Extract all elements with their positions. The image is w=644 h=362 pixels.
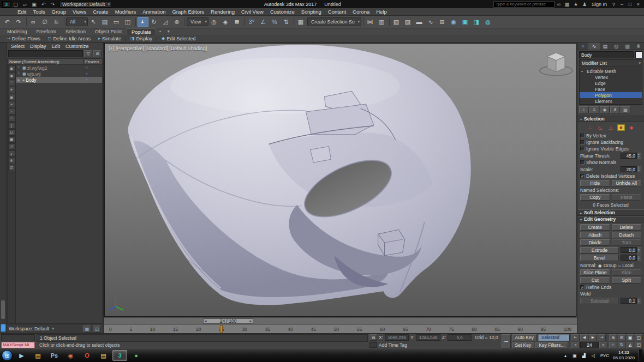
key-filters-button[interactable]: Key Filters... <box>535 342 568 349</box>
zoom-extents-icon[interactable]: ▣ <box>627 334 635 341</box>
selection-region-icon[interactable]: ▭ <box>111 17 122 27</box>
align-icon[interactable]: ▥ <box>377 17 387 27</box>
scene-explorer-menu-item[interactable]: Customize <box>63 44 92 49</box>
sign-in-button[interactable]: Sign In <box>589 2 609 7</box>
minimize-icon[interactable]: – <box>618 1 625 8</box>
simulate-tool[interactable]: ▸Simulate <box>95 36 124 41</box>
select-by-name-icon[interactable]: ▤ <box>100 17 111 27</box>
time-tag-field[interactable] <box>369 342 377 348</box>
key-mode-dropdown[interactable]: Selected <box>538 334 570 341</box>
menu-item[interactable]: Modifiers <box>112 9 140 15</box>
weld-threshold-field[interactable]: 0,1 <box>621 298 637 304</box>
render-setup-icon[interactable]: ▣ <box>460 17 471 27</box>
menu-item[interactable]: Content <box>325 9 349 15</box>
element-icon[interactable]: ◆ <box>628 124 635 131</box>
cut-button[interactable]: Cut <box>580 277 610 283</box>
zoom-region-icon[interactable]: ◱ <box>635 334 643 341</box>
reference-coordinate-dropdown[interactable]: View <box>187 17 208 26</box>
viewport-label[interactable]: [+] [Perspective] [Standard] [Default Sh… <box>109 46 207 51</box>
stack-editable-mesh[interactable]: ▾Editable Mesh <box>580 68 642 74</box>
clock[interactable]: 14:33 05.03.2020 <box>613 350 636 360</box>
face-icon[interactable]: △ <box>607 124 615 131</box>
current-frame-field[interactable]: 24 <box>580 342 599 349</box>
tray-volume-icon[interactable]: ◁ <box>590 353 597 358</box>
frozen-toggle[interactable]: + <box>86 66 102 70</box>
selection-filter-dropdown[interactable]: All <box>66 17 88 26</box>
favorites-star-icon[interactable]: ★ <box>572 1 580 8</box>
filter-funnel-icon[interactable]: ▽ <box>84 50 92 57</box>
object-color-swatch[interactable] <box>635 51 642 58</box>
edit-selected-tool[interactable]: ◆Edit Selected <box>158 36 199 41</box>
schematic-view-icon[interactable]: ⊞ <box>437 17 448 27</box>
bind-to-space-warp-icon[interactable]: ≋ <box>51 17 62 27</box>
redo-icon[interactable]: ↷ <box>14 17 25 27</box>
stack-vertex[interactable]: Vertex <box>580 74 642 80</box>
normals-scale-spinner[interactable]: Scale:20,0 <box>580 166 641 172</box>
taskbar-folder-icon[interactable]: ▤ <box>96 350 111 361</box>
go-to-start-button[interactable]: ⇤ <box>571 334 580 341</box>
start-button[interactable]: ⊞ <box>2 350 13 361</box>
copy-button[interactable]: Copy <box>580 194 610 201</box>
create-button[interactable]: Create <box>580 224 610 231</box>
menu-item[interactable]: Corona <box>349 9 373 15</box>
select-and-scale-icon[interactable]: ◿ <box>160 17 171 27</box>
edit-named-selections-icon[interactable]: ▦ <box>296 17 307 27</box>
workspace-footer-dropdown[interactable]: Workspace: Default <box>9 326 55 331</box>
expander-icon[interactable]: └ <box>17 66 21 70</box>
display-frozen-icon[interactable]: ❄ <box>8 158 15 164</box>
bevel-button[interactable]: Bevel <box>580 255 619 261</box>
frozen-column-header[interactable]: Frozen <box>84 59 102 64</box>
render-production-icon[interactable]: ◍ <box>483 17 494 27</box>
paste-button[interactable]: Paste <box>612 194 642 201</box>
ribbon-pin-icon[interactable]: ▪ <box>157 28 164 35</box>
refine-ends-checkbox[interactable]: Refine Ends <box>580 285 641 290</box>
scene-explorer-menu-item[interactable]: Select <box>8 44 27 49</box>
name-column-header[interactable]: Name (Sorted Ascending) <box>8 59 84 64</box>
maxscript-mini-listener[interactable]: MAXScript Mi <box>1 334 35 348</box>
ribbon-toggle-icon[interactable]: ▬ <box>414 17 425 27</box>
menu-item[interactable]: Civil View <box>238 9 267 15</box>
display-tab[interactable]: ▥ <box>622 43 633 50</box>
scene-search-input[interactable] <box>8 50 83 57</box>
fov-icon[interactable]: ◭ <box>627 342 635 349</box>
display-materials-icon[interactable]: ◐ <box>8 150 15 157</box>
select-object-icon[interactable]: ↖ <box>88 17 99 27</box>
material-editor-icon[interactable]: ◉ <box>449 17 460 27</box>
bevel-value-field[interactable]: 0,0 <box>621 255 637 261</box>
y-coordinate-field[interactable]: 1284,045 <box>416 334 440 341</box>
menu-item[interactable]: Edit <box>14 9 29 15</box>
taskbar-media-icon[interactable]: ▶ <box>14 350 29 361</box>
select-and-move-icon[interactable]: + <box>138 17 148 27</box>
delete-button[interactable]: Delete <box>612 224 642 231</box>
selection-rollout-header[interactable]: Selection <box>577 116 644 122</box>
new-scene-icon[interactable]: ▢ <box>11 1 20 8</box>
workspace-layout-icon[interactable]: ◫ <box>93 325 101 333</box>
frozen-toggle[interactable]: + <box>86 78 102 82</box>
left-strip-scrollbar[interactable] <box>1 300 5 319</box>
display-lights-icon[interactable]: ☀ <box>8 87 15 93</box>
frozen-toggle[interactable]: + <box>86 72 102 76</box>
workspace-grid-icon[interactable]: ▦ <box>83 325 91 333</box>
select-and-link-icon[interactable]: ∞ <box>28 17 39 27</box>
modify-tab[interactable]: ∿ <box>588 43 599 50</box>
time-slider-track[interactable]: ◂ 24 / 100 ▸ <box>104 317 577 324</box>
show-desktop-button[interactable] <box>639 349 642 361</box>
angle-snap-icon[interactable]: ∠ <box>258 17 269 27</box>
scene-tree[interactable]: └ ▦ zl.wyfwg2 + └ ▦ wjb.wji + <box>16 65 102 323</box>
divide-button[interactable]: Divide <box>580 239 610 246</box>
spinner-arrows-icon[interactable] <box>637 298 641 304</box>
open-file-icon[interactable]: ▱ <box>21 1 29 8</box>
menu-item[interactable]: Animation <box>139 9 169 15</box>
weld-selected-button[interactable]: Selected <box>580 298 619 304</box>
menu-item[interactable]: Customize <box>267 9 298 15</box>
unhide-all-button[interactable]: Unhide All <box>612 180 642 186</box>
display-xrefs-icon[interactable]: ↗ <box>8 143 15 150</box>
display-bones-icon[interactable]: ∫ <box>8 122 15 129</box>
pan-icon[interactable]: ⊹ <box>609 342 617 349</box>
taskbar-chrome-icon[interactable]: ◉ <box>63 350 78 361</box>
percent-snap-icon[interactable]: % <box>270 17 281 27</box>
menu-item[interactable]: Views <box>69 9 90 15</box>
selection-lock-icon[interactable]: ⋒ <box>369 334 377 341</box>
define-flows-tool[interactable]: ⇢Define Flows <box>3 36 44 41</box>
taskbar-explorer-icon[interactable]: ▤ <box>31 350 45 361</box>
